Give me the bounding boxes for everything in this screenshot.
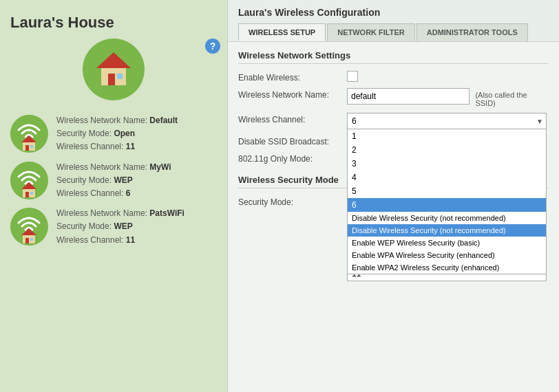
right-panel: Laura's Wireless Configuration WIRELESS …: [227, 0, 559, 392]
channel-dropdown-container: 6 ▼ 1234567891011: [347, 113, 547, 129]
network-name-control: (Also called the SSID): [347, 88, 549, 107]
page-title: Laura's House: [10, 14, 217, 32]
panel-title: Laura's Wireless Configuration: [238, 7, 549, 18]
mode-label: 802.11g Only Mode:: [238, 152, 341, 164]
svg-rect-7: [25, 145, 29, 151]
channel-option-2[interactable]: 2: [348, 143, 546, 157]
enable-wireless-control: [347, 71, 549, 82]
network-item-1[interactable]: Wireless Network Name: MyWi Security Mod…: [10, 161, 217, 201]
svg-rect-8: [30, 145, 33, 148]
net-name-row-1: Wireless Network Name: MyWi: [56, 161, 171, 174]
wireless-channel-control: 6 ▼ 1234567891011: [347, 113, 549, 129]
net-security-row-2: Security Mode: WEP: [56, 220, 184, 233]
svg-rect-3: [117, 74, 123, 79]
channel-option-6[interactable]: 6: [348, 198, 546, 212]
net-channel-row-0: Wireless Channel: 11: [56, 140, 178, 153]
network-icon-1: [10, 162, 48, 199]
security-option-2[interactable]: Enable WEP Wireless Security (basic): [348, 237, 546, 249]
channel-option-3[interactable]: 3: [348, 157, 546, 171]
disable-ssid-label: Disable SSID Broadcast:: [238, 135, 341, 146]
network-icon-0: [10, 115, 48, 153]
channel-option-4[interactable]: 4: [348, 171, 546, 184]
channel-option-5[interactable]: 5: [348, 184, 546, 198]
house-icon: [93, 49, 134, 90]
svg-rect-17: [25, 238, 29, 243]
svg-marker-0: [96, 52, 131, 68]
network-name-input[interactable]: [347, 88, 470, 105]
svg-rect-13: [30, 192, 33, 195]
house-icon-container: ?: [10, 39, 217, 100]
security-option-3[interactable]: Enable WPA Wireless Security (enhanced): [348, 249, 546, 261]
net-channel-row-1: Wireless Channel: 6: [56, 187, 171, 200]
net-channel-row-2: Wireless Channel: 11: [56, 234, 184, 247]
left-panel: Laura's House ?: [0, 0, 227, 392]
ssid-hint: (Also called the SSID): [475, 88, 549, 107]
wireless-settings-title: Wireless Network Settings: [238, 50, 549, 64]
tab-network-filter[interactable]: NETWORK FILTER: [327, 23, 415, 41]
security-option-1[interactable]: Disable Wireless Security (not recommend…: [348, 224, 546, 237]
tab-wireless-setup[interactable]: WIRELESS SETUP: [238, 23, 326, 41]
net-name-row-0: Wireless Network Name: Default: [56, 114, 178, 127]
channel-selected-value: 6: [352, 116, 357, 126]
channel-dropdown-arrow[interactable]: ▼: [536, 118, 543, 125]
security-mode-label: Security Mode:: [238, 195, 341, 207]
network-name-label: Wireless Network Name:: [238, 88, 341, 100]
panel-header: Laura's Wireless Configuration WIRELESS …: [228, 0, 559, 42]
house-circle: [83, 39, 145, 100]
panel-content: Wireless Network Settings Enable Wireles…: [228, 42, 559, 392]
help-badge[interactable]: ?: [205, 39, 220, 54]
channel-dropdown-header[interactable]: 6 ▼: [347, 113, 547, 129]
network-info-2: Wireless Network Name: PatsWiFi Security…: [56, 207, 184, 247]
network-info-1: Wireless Network Name: MyWi Security Mod…: [56, 161, 171, 201]
channel-option-1[interactable]: 1: [348, 129, 546, 143]
net-security-row-1: Security Mode: WEP: [56, 174, 171, 187]
network-name-row: Wireless Network Name: (Also called the …: [238, 88, 549, 107]
network-list: Wireless Network Name: Default Security …: [10, 114, 217, 247]
security-dropdown-list: Disable Wireless Security (not recommend…: [347, 212, 547, 274]
tab-administrator-tools[interactable]: ADMINISTRATOR TOOLS: [416, 23, 528, 41]
svg-rect-2: [108, 74, 115, 85]
wireless-channel-row: Wireless Channel: 6 ▼ 1234567891011: [238, 113, 549, 129]
network-item-0[interactable]: Wireless Network Name: Default Security …: [10, 114, 217, 154]
network-info-0: Wireless Network Name: Default Security …: [56, 114, 178, 154]
enable-wireless-checkbox[interactable]: [347, 71, 358, 82]
security-option-4[interactable]: Enable WPA2 Wireless Security (enhanced): [348, 261, 546, 274]
enable-wireless-row: Enable Wireless:: [238, 71, 549, 83]
net-name-row-2: Wireless Network Name: PatsWiFi: [56, 207, 184, 220]
network-item-2[interactable]: Wireless Network Name: PatsWiFi Security…: [10, 207, 217, 247]
network-icon-2: [10, 208, 48, 246]
enable-wireless-label: Enable Wireless:: [238, 71, 341, 83]
svg-rect-18: [30, 238, 33, 241]
wireless-channel-label: Wireless Channel:: [238, 113, 341, 124]
tabs-container: WIRELESS SETUP NETWORK FILTER ADMINISTRA…: [238, 23, 549, 41]
security-option-0[interactable]: Disable Wireless Security (not recommend…: [348, 212, 546, 224]
svg-rect-12: [25, 192, 29, 197]
net-security-row-0: Security Mode: Open: [56, 127, 178, 140]
